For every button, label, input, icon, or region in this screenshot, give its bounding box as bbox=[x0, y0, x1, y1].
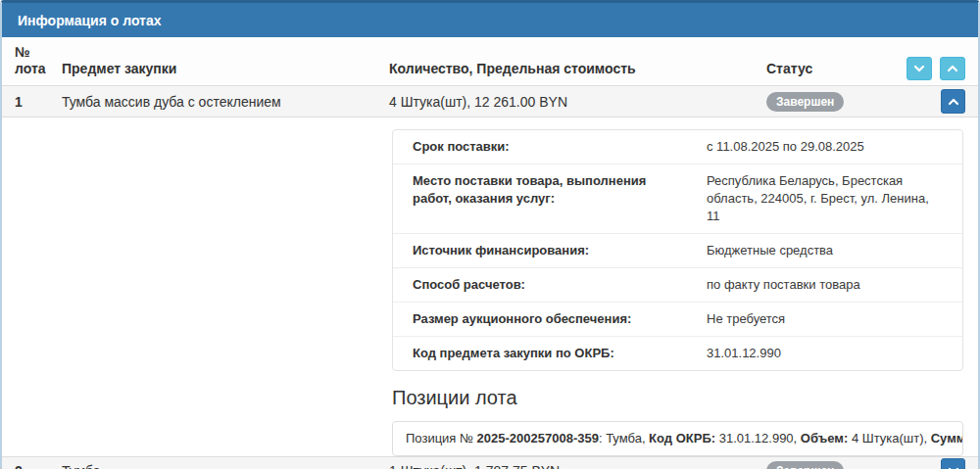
position-item: Позиция № 2025-200257008-359: Тумба, Код… bbox=[392, 421, 963, 456]
detail-value: 31.01.12.990 bbox=[707, 345, 943, 362]
collapse-all-button[interactable] bbox=[906, 57, 932, 80]
detail-value: Бюджетные средства bbox=[707, 242, 943, 259]
position-prefix: Позиция № bbox=[406, 431, 477, 446]
lot-number: 1 bbox=[15, 94, 62, 110]
position-okrb-label: Код ОКРБ: bbox=[649, 431, 715, 446]
column-header-lot-number: № лота bbox=[15, 44, 62, 85]
position-volume-value: 4 Штука(шт), bbox=[848, 431, 930, 446]
status-badge: Завершен bbox=[766, 92, 844, 112]
detail-value: Республика Беларусь, Брестская область, … bbox=[707, 172, 943, 225]
detail-label: Срок поставки: bbox=[413, 138, 707, 156]
detail-row-delivery-term: Срок поставки: с 11.08.2025 по 29.08.202… bbox=[393, 130, 962, 164]
position-sum-label: Сумма: bbox=[931, 431, 963, 446]
expand-all-button[interactable] bbox=[940, 57, 965, 80]
detail-label: Способ расчетов: bbox=[413, 276, 707, 294]
position-volume-label: Объем: bbox=[801, 431, 848, 446]
lot-2-expand-button[interactable] bbox=[941, 458, 965, 469]
lot-row-2: 2 Тумба 1 Штука(шт), 1 787.75 BYN Заверш… bbox=[2, 456, 978, 469]
lot-details-table: Срок поставки: с 11.08.2025 по 29.08.202… bbox=[392, 129, 963, 371]
column-header-quantity: Количество, Предельная стоимость bbox=[389, 61, 766, 85]
lot-subject: Тумба bbox=[62, 463, 389, 469]
positions-section-title: Позиции лота bbox=[392, 387, 963, 409]
lot-1-collapse-button[interactable] bbox=[941, 89, 965, 114]
detail-row-okrb-code: Код предмета закупки по ОКРБ: 31.01.12.9… bbox=[393, 336, 962, 370]
detail-row-funding-source: Источник финансирования: Бюджетные средс… bbox=[393, 233, 962, 267]
table-header-row: № лота Предмет закупки Количество, Преде… bbox=[2, 37, 978, 86]
chevron-up-icon bbox=[947, 65, 958, 72]
panel-title: Информация о лотах bbox=[2, 3, 978, 37]
position-subject: : Тумба, bbox=[599, 431, 649, 446]
detail-row-delivery-place: Место поставки товара, выполнения работ,… bbox=[393, 164, 962, 233]
column-header-status: Статус bbox=[766, 61, 899, 85]
chevron-down-icon bbox=[913, 65, 925, 72]
detail-label: Размер аукционного обеспечения: bbox=[413, 310, 707, 328]
lot-1-details-panel: Срок поставки: с 11.08.2025 по 29.08.202… bbox=[2, 117, 978, 456]
status-badge: Завершен bbox=[766, 461, 844, 469]
lot-quantity-cost: 1 Штука(шт), 1 787.75 BYN bbox=[389, 463, 766, 469]
detail-row-payment-method: Способ расчетов: по факту поставки товар… bbox=[393, 267, 962, 302]
lots-info-panel: Информация о лотах № лота Предмет закупк… bbox=[0, 0, 980, 469]
detail-label: Место поставки товара, выполнения работ,… bbox=[413, 172, 707, 225]
header-actions bbox=[899, 57, 965, 85]
lot-actions bbox=[899, 458, 965, 469]
lot-status-cell: Завершен bbox=[766, 92, 899, 112]
detail-label: Источник финансирования: bbox=[413, 242, 707, 259]
lot-row-1: 1 Тумба массив дуба с остеклением 4 Штук… bbox=[2, 86, 978, 117]
detail-value: по факту поставки товара bbox=[707, 276, 943, 294]
detail-value: Не требуется bbox=[707, 310, 943, 328]
detail-label: Код предмета закупки по ОКРБ: bbox=[413, 345, 707, 362]
chevron-up-icon bbox=[948, 98, 959, 106]
lot-actions bbox=[899, 89, 965, 114]
detail-row-auction-security: Размер аукционного обеспечения: Не требу… bbox=[393, 302, 962, 336]
lot-quantity-cost: 4 Штука(шт), 12 261.00 BYN bbox=[389, 94, 766, 110]
lot-subject: Тумба массив дуба с остеклением bbox=[62, 94, 389, 110]
detail-value: с 11.08.2025 по 29.08.2025 bbox=[707, 138, 943, 156]
position-okrb-value: 31.01.12.990, bbox=[715, 431, 801, 446]
position-number: 2025-200257008-359 bbox=[477, 431, 599, 446]
lot-status-cell: Завершен bbox=[766, 461, 899, 469]
lot-number: 2 bbox=[15, 463, 62, 469]
column-header-subject: Предмет закупки bbox=[62, 61, 389, 85]
